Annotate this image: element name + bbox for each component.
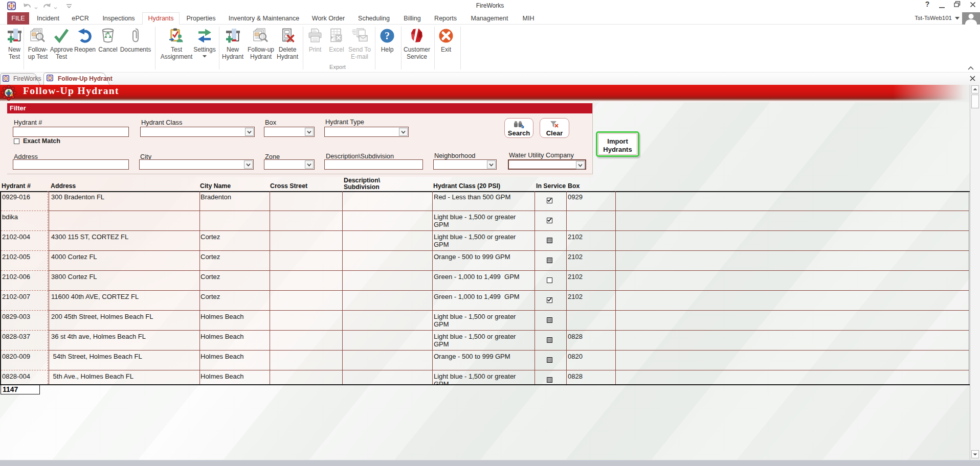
svg-text:?: ? bbox=[385, 30, 390, 41]
